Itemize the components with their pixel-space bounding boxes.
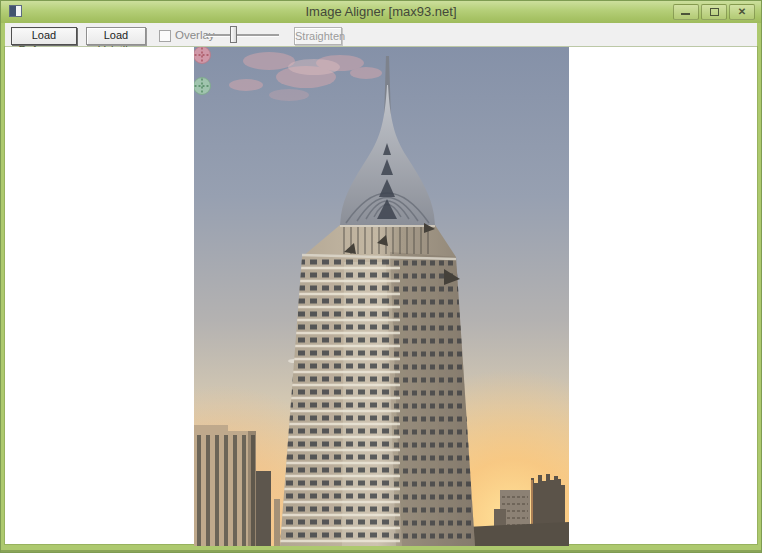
titlebar[interactable]: Image Aligner [max93.net] ✕ bbox=[1, 1, 761, 23]
slider-track[interactable] bbox=[206, 34, 279, 36]
load-reference-button[interactable]: Load Reference bbox=[11, 27, 77, 45]
straighten-button[interactable]: Straighten bbox=[294, 27, 342, 45]
canvas-area bbox=[5, 47, 757, 544]
photo-canvas[interactable] bbox=[194, 47, 569, 546]
toolbar: Load Reference Load Volatile Overlay Str… bbox=[5, 23, 757, 47]
close-button[interactable]: ✕ bbox=[729, 4, 755, 20]
load-volatile-button[interactable]: Load Volatile bbox=[86, 27, 146, 45]
minimize-icon bbox=[681, 13, 690, 15]
close-icon: ✕ bbox=[738, 6, 746, 17]
minimize-button[interactable] bbox=[673, 4, 699, 20]
maximize-icon bbox=[710, 8, 719, 16]
reference-marker[interactable] bbox=[194, 47, 211, 64]
overlay-checkbox[interactable] bbox=[159, 30, 171, 42]
window-controls: ✕ bbox=[673, 4, 755, 20]
volatile-marker[interactable] bbox=[194, 78, 211, 95]
window-title: Image Aligner [max93.net] bbox=[1, 1, 761, 23]
app-window: Image Aligner [max93.net] ✕ Load Referen… bbox=[0, 0, 762, 553]
slider-thumb[interactable] bbox=[230, 26, 237, 43]
overlay-opacity-slider[interactable] bbox=[206, 23, 279, 47]
maximize-button[interactable] bbox=[701, 4, 727, 20]
